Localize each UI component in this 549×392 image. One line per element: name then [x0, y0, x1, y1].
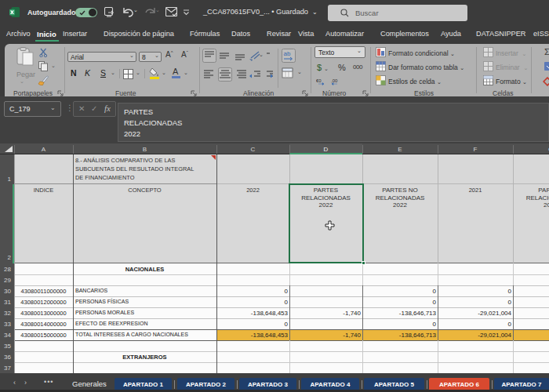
svg-text:€0: €0	[316, 78, 322, 83]
svg-text:ab: ab	[284, 50, 291, 57]
svg-text:,00: ,00	[331, 78, 338, 83]
